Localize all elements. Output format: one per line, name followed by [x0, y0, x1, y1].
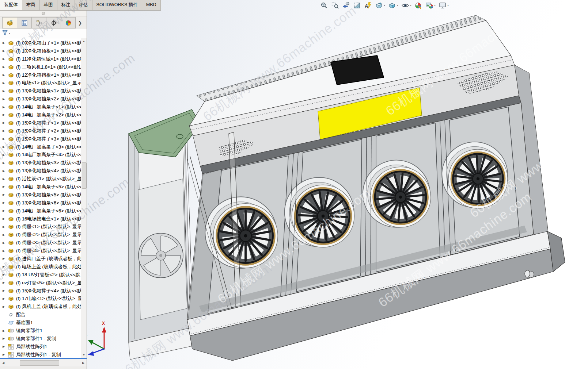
expand-arrow-icon[interactable]: ▶ — [3, 217, 8, 220]
tab-propertymanager[interactable] — [17, 17, 32, 28]
tree-item[interactable]: ▶ (f) 13净化箱挡条<3> (默认<<默认 — [0, 159, 87, 167]
expand-arrow-icon[interactable]: ▶ — [3, 281, 8, 284]
tree-vertical-scrollbar[interactable]: ▲ ▼ — [81, 38, 87, 358]
3d-model-canvas[interactable]: X Y Z — [0, 0, 588, 369]
expand-arrow-icon[interactable]: ▶ — [3, 233, 8, 237]
tree-item[interactable]: ▶ (f) 风机上盖 (玻璃或者板，此处 — [0, 303, 87, 311]
expand-arrow-icon[interactable]: ▶ — [3, 353, 8, 356]
tree-item[interactable]: ▶ 镜向零部件1 - 复制 — [0, 335, 87, 343]
expand-arrow-icon[interactable]: ▶ — [3, 209, 8, 212]
tree-item[interactable]: ▶ (f) 14电厂加高条子<5> (默认<< — [0, 183, 87, 191]
axial-fan-1[interactable] — [205, 197, 278, 268]
tree-item[interactable]: ▶ (f) 13净化箱挡条<2> (默认<<默认 — [0, 95, 87, 103]
expand-arrow-icon[interactable]: ▶ — [3, 185, 8, 188]
expand-arrow-icon[interactable]: ▶ — [3, 265, 8, 268]
tree-item[interactable]: ▶ (f) 15净化箱撑子<1> (默认<<默认 — [0, 119, 87, 127]
tree-item[interactable]: ▶ (f) 17电箱<1> (默认<<默认>_显 — [0, 295, 87, 303]
tree-item[interactable]: ▶ (f) 15净化箱撑子<2> (默认<<默认 — [0, 127, 87, 135]
tree-item[interactable]: ▶ (f) 13净化箱挡条<5> (默认<<默认 — [0, 191, 87, 199]
tree-item[interactable]: ▶ 局部线性阵列1 — [0, 343, 87, 351]
tree-item[interactable]: ▶ (f) 14电厂加高条子<3> (默认<< — [0, 143, 87, 151]
zoom-to-area-icon[interactable] — [331, 1, 339, 9]
filter-funnel-icon[interactable] — [2, 30, 8, 37]
tab-configurationmanager[interactable] — [32, 17, 46, 28]
expand-arrow-icon[interactable]: ▶ — [3, 121, 8, 124]
tree-item[interactable]: ▶ (f) 14电厂加高条子<6> (默认<< — [0, 207, 87, 215]
tab-annotation[interactable]: 标注 — [57, 0, 75, 10]
expand-arrow-icon[interactable]: ▶ — [3, 193, 8, 196]
tab-solidworks-addins[interactable]: SOLIDWORKS 插件 — [92, 0, 142, 10]
expand-arrow-icon[interactable]: ▶ — [3, 257, 8, 260]
tree-item[interactable]: ▶ (f) 18 UV灯管板<2> (默认<<默 — [0, 271, 87, 279]
expand-arrow-icon[interactable]: ▶ — [3, 305, 8, 308]
expand-arrow-icon[interactable]: ▶ — [3, 129, 8, 132]
expand-arrow-icon[interactable]: ▶ — [3, 145, 8, 149]
horizontal-scroll-thumb[interactable] — [20, 360, 59, 366]
scroll-right-arrow[interactable]: ▶ — [80, 359, 87, 366]
tree-item[interactable]: ▶ (f) 09净化箱山子<1> (默认<<默认 — [0, 39, 87, 47]
expand-arrow-icon[interactable]: ▶ — [3, 177, 8, 181]
tab-assembly[interactable]: 装配体 — [0, 0, 22, 10]
tab-featuremanager-design-tree[interactable] — [2, 17, 17, 28]
scroll-down-arrow[interactable]: ▼ — [81, 352, 87, 358]
tree-item[interactable]: ▶ (f) 16电场接电盒<1> (默认<<默认 — [0, 215, 87, 223]
tree-item[interactable]: ▶ (f) 10净化箱顶板<1> (默认<<默认 — [0, 47, 87, 55]
expand-arrow-icon[interactable]: ▶ — [3, 161, 8, 165]
expand-arrow-icon[interactable]: ▶ — [3, 273, 8, 276]
tab-evaluate[interactable]: 评估 — [75, 0, 92, 10]
expand-arrow-icon[interactable]: ▶ — [3, 153, 8, 157]
panel-collapse-handle[interactable] — [0, 10, 87, 16]
display-style-icon[interactable]: ▾ — [388, 1, 398, 9]
expand-arrow-icon[interactable]: ▶ — [3, 49, 8, 53]
tree-item[interactable]: ▶ (f) 14电厂加高条子<2> (默认<< — [0, 111, 87, 119]
tree-item[interactable]: ▶ 局部线性阵列1 - 复制 — [0, 351, 87, 358]
tree-item[interactable]: ▶ 基准面1 — [0, 319, 87, 327]
expand-arrow-icon[interactable]: ▶ — [3, 345, 8, 348]
view-orientation-icon[interactable]: ▾ — [375, 1, 385, 9]
tab-mbd[interactable]: MBD — [142, 0, 161, 10]
expand-arrow-icon[interactable]: ▶ — [3, 249, 8, 253]
hide-show-items-icon[interactable]: ▾ — [401, 1, 411, 9]
expand-arrow-icon[interactable]: ▶ — [3, 57, 8, 61]
tab-layout[interactable]: 布局 — [22, 0, 40, 10]
edit-appearance-icon[interactable] — [414, 1, 422, 9]
tree-item[interactable]: ▶ (f) 伺服<2> (默认<<默认>_显示 — [0, 231, 87, 239]
tab-sketch[interactable]: 草图 — [40, 0, 57, 10]
view-settings-icon[interactable]: ▾ — [439, 1, 449, 9]
tree-item[interactable]: ▶ (f) 13净化箱挡条<4> (默认<<默认 — [0, 167, 87, 175]
panel-tabs-overflow-button[interactable]: ❯ — [76, 17, 84, 28]
expand-arrow-icon[interactable]: ▶ — [3, 137, 8, 141]
tree-item[interactable]: ▶ (f) 进风口盖子 (玻璃或者板，此 — [0, 255, 87, 263]
tree-item[interactable]: ▶ (f) 活性炭<1> (默认<<默认>_显 — [0, 175, 87, 183]
expand-arrow-icon[interactable]: ▶ — [3, 289, 8, 292]
hide-show-annotations-icon[interactable]: A — [364, 1, 372, 9]
tree-item[interactable]: ▶ (f) 12净化箱挡板<1> (默认<<默认 — [0, 71, 87, 79]
expand-arrow-icon[interactable]: ▶ — [3, 41, 8, 45]
tree-item[interactable]: ▶ 镜向零部件1 — [0, 327, 87, 335]
tree-item[interactable]: ▶ (f) 三项风机1.8<1> (默认<<默认 — [0, 63, 87, 71]
expand-arrow-icon[interactable]: ▶ — [3, 81, 8, 85]
filter-dropdown-caret[interactable]: ▾ — [9, 32, 10, 35]
expand-arrow-icon[interactable]: ▶ — [3, 105, 8, 109]
tree-horizontal-scrollbar[interactable]: ◀ ▶ — [0, 359, 87, 366]
tree-item[interactable]: ▶ (f) 伺服<3> (默认<<默认>_显示 — [0, 239, 87, 247]
expand-arrow-icon[interactable]: ▶ — [3, 73, 8, 77]
expand-arrow-icon[interactable]: ▶ — [3, 97, 8, 101]
expand-arrow-icon[interactable]: ▶ — [3, 89, 8, 93]
expand-arrow-icon[interactable]: ▶ — [3, 241, 8, 245]
tree-item[interactable]: ▶ (f) 15净化箱撑子<3> (默认<<默认 — [0, 135, 87, 143]
expand-arrow-icon[interactable]: ▶ — [3, 329, 8, 333]
tree-item[interactable]: ▶ (f) 13净化箱挡条<6> (默认<<默认 — [0, 199, 87, 207]
tab-displaymanager[interactable] — [61, 17, 76, 28]
section-view-icon[interactable] — [353, 1, 361, 9]
scroll-left-arrow[interactable]: ◀ — [0, 359, 7, 366]
tree-item[interactable]: ▶ (f) 13净化箱挡条<1> (默认<<默认 — [0, 87, 87, 95]
previous-view-icon[interactable] — [342, 1, 350, 9]
tree-item[interactable]: ▶ (f) 14电厂加高条子<4> (默认<< — [0, 151, 87, 159]
tab-dimxpertmanager[interactable] — [46, 17, 61, 28]
expand-arrow-icon[interactable]: ▶ — [3, 65, 8, 69]
expand-arrow-icon[interactable]: ▶ — [3, 297, 8, 300]
expand-arrow-icon[interactable]: ▶ — [3, 337, 8, 340]
vertical-scroll-thumb[interactable] — [82, 162, 87, 189]
tree-item[interactable]: ▶ (f) 15净化箱撑子<4> (默认<<默 — [0, 287, 87, 295]
